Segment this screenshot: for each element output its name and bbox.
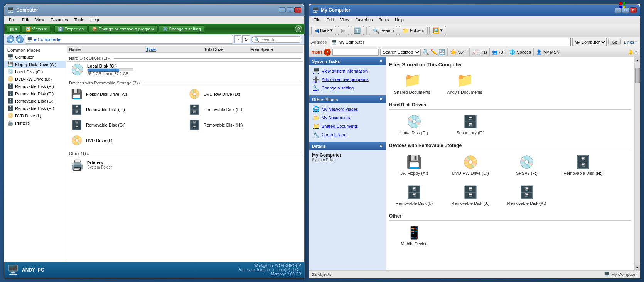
menu-tools[interactable]: Tools [72,17,87,23]
folders-btn-mycomputer[interactable]: 📁 Folders [399,26,428,35]
refresh-btn[interactable]: ↻ [242,35,250,43]
addr-display[interactable]: 🖥️ My Computer [330,38,571,46]
panel-link-shareddocs[interactable]: 📁 Shared Documents [309,122,386,130]
other-collapse-icon[interactable]: ▲ [86,152,89,155]
go-btn[interactable]: Go [608,39,621,45]
sidebar-item-floppy[interactable]: 💾 Floppy Disk Drive (A:) [4,61,66,68]
msn-search-icon[interactable]: 🔍 [422,49,429,55]
mc-menu-tools[interactable]: Tools [377,17,391,23]
other-places-header[interactable]: Other Places ✕ [309,95,386,103]
maximize-btn-explorer[interactable]: □ [287,7,293,13]
mc-menu-help[interactable]: Help [393,17,406,23]
msn-edit-icon[interactable]: ✏️ [430,49,437,55]
col-type-header[interactable]: Type [146,47,204,52]
mc-drive-secondary[interactable]: 🗄️ Secondary (E:) [445,113,496,137]
sidebar-item-rem-g[interactable]: 🗄️ Removable Disk (G:) [4,97,66,105]
sidebar-item-dvd-i[interactable]: 📀 DVD Drive (I:) [4,112,66,119]
drive-item-dvdrw[interactable]: 📀 DVD-RW Drive (D:) [185,86,303,102]
mc-rem-j[interactable]: 🗄️ Removable Disk (J:) [445,183,496,207]
close-btn-mycomputer[interactable]: ✕ [630,7,637,13]
views-btn[interactable]: 🖼️Views▾ [22,25,50,33]
help-btn[interactable]: ? [295,25,302,32]
back-btn-explorer[interactable]: ◀ [7,35,14,43]
search-box-explorer[interactable]: 🔍 [251,36,302,43]
file-item-shared-docs[interactable]: 📁 Shared Documents [389,71,435,96]
address-path-explorer[interactable]: 🖥️ ▶ Computer ▶ [25,35,233,44]
drive-item-rem-e[interactable]: 🗄️ Removable Disk (E:) [67,102,185,117]
menu-favorites[interactable]: Favorites [48,17,70,23]
mc-mobile[interactable]: 📱 Mobile Device [389,224,439,248]
menu-view[interactable]: View [33,17,47,23]
drive-item-local-disk[interactable]: 💿 Local Disk (C:) 25.2 GB free of 37.2 G… [67,62,303,78]
menu-edit[interactable]: Edit [20,17,32,23]
msn-expand-icon[interactable]: » [635,50,637,54]
organize-btn[interactable]: ▤▾ [7,25,21,33]
system-tasks-body: 🖥️ View system information ➕ Add or remo… [309,65,386,94]
drive-item-dvd-i[interactable]: 📀 DVD Drive (I:) [67,133,185,148]
drive-item-rem-g[interactable]: 🗄️ Removable Disk (G:) [67,117,185,133]
col-free-header[interactable]: Free Space [250,47,301,52]
up-btn-mycomputer[interactable]: ⬆️ [351,26,364,35]
panel-link-controlpanel[interactable]: 🔧 Control Panel [309,130,386,139]
details-section: Details ✕ My Computer System Folder [309,142,386,164]
close-btn-explorer[interactable]: ✕ [294,7,301,13]
forward-btn-explorer[interactable]: ▶ [16,35,24,43]
panel-link-change-setting[interactable]: 🔧 Change a setting [309,84,386,92]
drive-item-rem-f[interactable]: 🗄️ Removable Disk (F:) [185,102,303,117]
hard-disk-collapse-icon[interactable]: ▲ [107,56,111,60]
sidebar-item-printers[interactable]: 🖨️ Printers [4,119,66,127]
search-btn-mycomputer[interactable]: 🔍 Search [369,26,397,35]
mc-menu-edit[interactable]: Edit [324,17,336,23]
msn-more-icon[interactable]: 🔔 [628,49,634,55]
mc-spsv2[interactable]: 💿 SPSV2 (F:) [502,153,552,177]
change-setting-btn[interactable]: ⚙️Change a setting [159,25,204,33]
drive-item-floppy[interactable]: 💾 Floppy Disk Drive (A:) [67,86,185,102]
panel-link-network[interactable]: 🌐 My Network Places [309,105,386,113]
scroll-thumb[interactable] [635,68,640,83]
scroll-up-btn[interactable]: ▲ [635,57,640,62]
msn-refresh-icon[interactable]: 🔄 [438,49,445,55]
addr-dropdown[interactable]: ▾ [234,35,241,43]
panel-link-add-remove[interactable]: ➕ Add or remove programs [309,75,386,84]
links-label[interactable]: Links » [624,40,637,44]
details-header[interactable]: Details ✕ [309,142,386,150]
msn-search-dropdown[interactable]: Search Desktop [380,49,421,56]
col-size-header[interactable]: Total Size [204,47,250,52]
mc-menu-favorites[interactable]: Favorites [353,17,375,23]
panel-link-view-system[interactable]: 🖥️ View system information [309,67,386,75]
change-remove-btn[interactable]: 📦Change or remove a program [88,25,157,33]
sidebar-item-computer[interactable]: 🖥️ Computer [4,53,66,61]
col-name-header[interactable]: Name [69,47,146,52]
drive-item-printers[interactable]: 🖨️ Printers System Folder [67,157,303,173]
menu-help[interactable]: Help [88,17,101,23]
system-tasks-header[interactable]: System Tasks ✕ [309,57,386,65]
minimize-btn-explorer[interactable]: — [279,7,286,13]
addr-dropdown-mycomputer[interactable]: My Computer [572,38,607,46]
search-input-explorer[interactable] [261,37,299,42]
mc-menu-file[interactable]: File [311,17,323,23]
mc-menu-view[interactable]: View [338,17,352,23]
panel-link-mydocs[interactable]: 📁 My Documents [309,113,386,122]
msn-input[interactable] [332,49,379,56]
mc-rem-h[interactable]: 🗄️ Removable Disk (H:) [558,153,608,177]
removable-collapse-icon[interactable]: ▲ [138,81,142,85]
sidebar-item-dvdrw[interactable]: 📀 DVD-RW Drive (D:) [4,75,66,83]
mc-rem-i[interactable]: 🗄️ Removable Disk (I:) [389,183,439,207]
sidebar-item-rem-e[interactable]: 🗄️ Removable Disk (E:) [4,83,66,90]
mc-floppy[interactable]: 💾 3½ Floppy (A:) [389,153,439,177]
scrollbar-mycomputer[interactable]: ▲ ▼ [634,57,640,270]
properties-btn[interactable]: ℹ️Properties [54,25,87,33]
drive-item-rem-h[interactable]: 🗄️ Removable Disk (H:) [185,117,303,133]
sidebar-item-rem-h[interactable]: 🗄️ Removable Disk (H:) [4,105,66,112]
sidebar-item-rem-f[interactable]: 🗄️ Removable Disk (F:) [4,90,66,97]
forward-btn-mycomputer[interactable]: ▶ [338,26,349,35]
mc-drive-local[interactable]: 💿 Local Disk (C:) [389,113,439,137]
sidebar-item-local-disk[interactable]: 💿 Local Disk (C:) [4,68,66,75]
back-btn-mycomputer[interactable]: ◀ Back ▾ [311,26,336,35]
file-item-andy-docs[interactable]: 📁 Andy's Documents [442,71,488,96]
menu-file[interactable]: File [7,17,18,23]
views-btn-mycomputer[interactable]: 🖼️ ▾ [429,26,446,35]
mc-dvdrw[interactable]: 📀 DVD-RW Drive (D:) [445,153,496,177]
scroll-down-btn[interactable]: ▼ [635,265,640,270]
mc-rem-k[interactable]: 🗄️ Removable Disk (K:) [502,183,552,207]
